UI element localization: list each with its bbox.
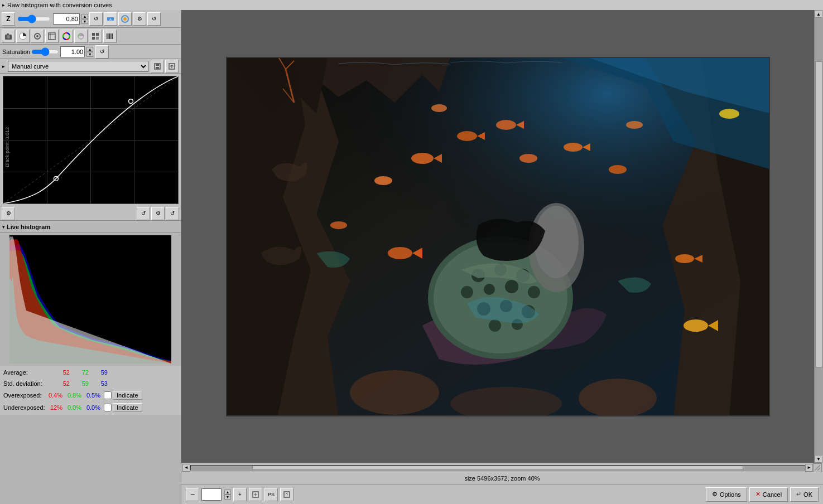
overexposed-indicate-button[interactable]: Indicate [113, 391, 142, 400]
circle-icon[interactable] [31, 30, 44, 43]
zoom-actual-button[interactable]: PS [264, 488, 278, 501]
camera-icon[interactable] [2, 30, 15, 43]
exposure-value-input[interactable]: 0.80 [53, 13, 80, 25]
svg-rect-27 [156, 67, 159, 69]
exposure-slider[interactable] [17, 14, 51, 23]
stddev-red: 52 [52, 380, 70, 387]
average-row: Average: 52 72 59 [3, 367, 177, 378]
spin-down[interactable]: ▼ [81, 19, 88, 24]
curve-canvas[interactable]: Black point: 0.012 [3, 76, 179, 204]
crop-icon[interactable] [45, 30, 59, 43]
color-wheel-icon[interactable] [60, 30, 73, 43]
curve-collapse-triangle[interactable]: ▸ [2, 64, 5, 69]
exposure-icon[interactable] [16, 30, 30, 43]
zoom-out-button[interactable]: − [186, 488, 199, 501]
svg-point-44 [461, 286, 473, 298]
sat-spin-up[interactable]: ▲ [86, 47, 93, 52]
hist-collapse-triangle[interactable]: ▾ [2, 224, 5, 230]
half-circle-icon[interactable] [74, 30, 88, 43]
sat-spin-down[interactable]: ▼ [86, 52, 93, 57]
curve-settings2-icon[interactable]: ⚙ [151, 207, 165, 220]
svg-text:A: A [109, 18, 112, 21]
vertical-scrollbar[interactable]: ▲ ▼ [814, 10, 823, 463]
curve-load-icon[interactable] [165, 60, 179, 73]
grid-icon[interactable] [89, 30, 102, 43]
saturation-label: Saturation [2, 49, 30, 55]
scroll-right-arrow[interactable]: ► [805, 464, 813, 472]
resize-handle[interactable] [813, 463, 822, 472]
scroll-down-arrow[interactable]: ▼ [815, 455, 822, 463]
exposure-spinner[interactable]: ▲ ▼ [81, 14, 88, 24]
curve-reset-icon[interactable]: ↺ [137, 207, 150, 220]
image-viewport[interactable] [181, 10, 814, 463]
underexposed-green: 0.0% [64, 404, 81, 411]
saturation-reset-icon[interactable]: ↺ [95, 45, 109, 59]
spin-up[interactable]: ▲ [81, 14, 88, 19]
auto-icon[interactable]: A [104, 12, 117, 26]
svg-point-5 [7, 35, 10, 38]
zoom-spin-down[interactable]: ▼ [224, 495, 231, 500]
underexposed-label: Underexposed: [3, 404, 44, 411]
svg-rect-18 [96, 33, 99, 36]
refresh-icon[interactable]: ↺ [147, 12, 161, 26]
toolbar-row-2 [0, 28, 181, 45]
top-bar: ▸ Raw histogram with conversion curves [0, 0, 823, 10]
zoom-value-input[interactable]: 40 [201, 488, 222, 501]
ok-label: OK [803, 491, 812, 498]
svg-point-68 [719, 109, 739, 119]
histogram-title: Live histogram [7, 224, 50, 230]
underwater-scene [227, 58, 770, 416]
options-button[interactable]: ⚙ Options [706, 487, 747, 502]
svg-point-63 [330, 221, 347, 229]
histogram-svg [9, 235, 171, 364]
reset-icon[interactable]: ↺ [89, 12, 103, 26]
scroll-up-arrow[interactable]: ▲ [815, 10, 822, 18]
curve-save-icon[interactable] [151, 60, 164, 73]
saturation-spinner[interactable]: ▲ ▼ [86, 47, 93, 57]
zoom-in-button[interactable]: + [233, 488, 247, 501]
zoom-window-button[interactable] [280, 488, 293, 501]
histogram-canvas [9, 235, 171, 364]
svg-point-45 [484, 284, 495, 295]
curve-dropdown[interactable]: Manual curve Linear Custom [8, 61, 148, 72]
saturation-slider[interactable] [31, 48, 59, 56]
overexposed-indicate-checkbox[interactable] [104, 391, 112, 399]
overexposed-red: 0.4% [45, 392, 62, 399]
gear-icon[interactable]: ⚙ [133, 12, 146, 26]
options-icon: ⚙ [712, 491, 718, 498]
svg-point-9 [36, 35, 38, 37]
svg-point-62 [519, 154, 537, 163]
horizontal-scrollbar[interactable]: ◄ ► [181, 463, 823, 472]
svg-point-64 [388, 247, 412, 259]
h-scroll-thumb[interactable] [252, 466, 743, 470]
underexposed-indicate-button[interactable]: Indicate [113, 403, 142, 412]
curve-bottom-controls: ⚙ ↺ ⚙ ↺ [0, 206, 181, 221]
svg-rect-19 [92, 37, 95, 40]
barcode-icon[interactable] [103, 30, 117, 43]
left-panel: Z 0.80 ▲ ▼ ↺ A ⚙ ↺ [0, 10, 181, 504]
zoom-spinner[interactable]: ▲ ▼ [224, 490, 231, 500]
zoom-spin-up[interactable]: ▲ [224, 490, 231, 495]
top-bar-title: Raw histogram with conversion curves [7, 2, 112, 8]
saturation-value-input[interactable]: 1.00 [60, 46, 85, 57]
v-scroll-container: ▲ ▼ [181, 10, 823, 463]
ok-button[interactable]: ↵ OK [790, 487, 819, 502]
stddev-blue: 53 [90, 380, 108, 387]
underexposed-indicate-checkbox[interactable] [104, 404, 112, 411]
svg-point-46 [505, 280, 518, 293]
svg-rect-22 [108, 33, 109, 39]
svg-rect-21 [107, 33, 108, 39]
svg-point-51 [489, 319, 501, 332]
curve-settings-icon[interactable]: ⚙ [2, 207, 15, 220]
svg-point-67 [684, 319, 708, 332]
cancel-button[interactable]: ✕ Cancel [749, 487, 788, 502]
scroll-left-arrow[interactable]: ◄ [182, 464, 190, 472]
status-bar: size 5496x3672, zoom 40% [181, 472, 823, 484]
color-icon[interactable] [118, 12, 132, 26]
curve-section: Black point: 0.012 [0, 74, 181, 206]
zoom-fit-button[interactable] [249, 488, 262, 501]
curve-reset2-icon[interactable]: ↺ [166, 207, 179, 220]
z-tool-button[interactable]: Z [2, 12, 15, 26]
h-scroll-track[interactable] [190, 465, 805, 471]
svg-point-36 [350, 370, 439, 415]
